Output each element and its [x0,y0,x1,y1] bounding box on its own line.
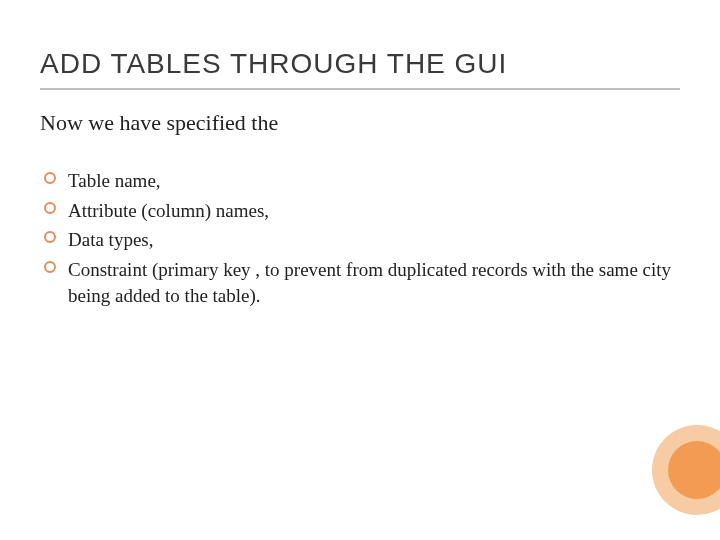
list-item-text: Table name, [68,170,161,191]
ring-bullet-icon [44,261,56,273]
decorative-circles [652,425,720,515]
list-item-text: Data types, [68,229,153,250]
circle-inner-icon [668,441,720,499]
ring-bullet-icon [44,202,56,214]
ring-bullet-icon [44,231,56,243]
list-item-text: Constraint (primary key , to prevent fro… [68,259,671,306]
list-item: Constraint (primary key , to prevent fro… [44,257,680,308]
intro-text: Now we have specified the [40,110,680,136]
list-item-text: Attribute (column) names, [68,200,269,221]
slide-title: ADD TABLES THROUGH THE GUI [40,48,680,90]
list-item: Table name, [44,168,680,194]
slide: ADD TABLES THROUGH THE GUI Now we have s… [0,0,720,540]
bullet-list: Table name, Attribute (column) names, Da… [40,168,680,308]
ring-bullet-icon [44,172,56,184]
list-item: Attribute (column) names, [44,198,680,224]
list-item: Data types, [44,227,680,253]
